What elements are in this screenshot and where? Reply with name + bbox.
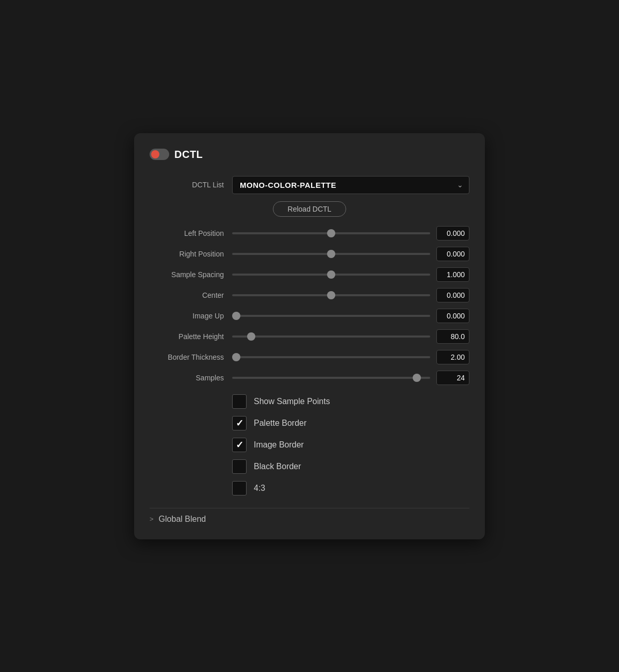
value-box-border-thickness[interactable]: 2.00 (436, 350, 469, 364)
slider-image-up[interactable] (232, 315, 430, 317)
slider-container-sample-spacing (232, 274, 430, 276)
checkbox-row-palette-border: ✓Palette Border (232, 414, 469, 433)
slider-container-border-thickness (232, 356, 430, 358)
slider-label-sample-spacing: Sample Spacing (150, 270, 232, 279)
checkmark-icon: ✓ (236, 440, 243, 450)
value-box-palette-height[interactable]: 80.0 (436, 329, 469, 344)
checkbox-palette-border[interactable]: ✓ (232, 416, 247, 430)
slider-row-border-thickness: Border Thickness2.00 (150, 347, 469, 367)
checkboxes-section: Show Sample Points✓Palette Border✓Image … (150, 392, 469, 498)
section-divider (150, 508, 469, 508)
slider-samples[interactable] (232, 377, 430, 379)
slider-border-thickness[interactable] (232, 356, 430, 358)
value-box-samples[interactable]: 24 (436, 371, 469, 385)
slider-label-border-thickness: Border Thickness (150, 353, 232, 361)
checkbox-row-show-sample-points: Show Sample Points (232, 392, 469, 411)
value-box-left-position[interactable]: 0.000 (436, 226, 469, 241)
slider-sample-spacing[interactable] (232, 274, 430, 276)
slider-container-palette-height (232, 335, 430, 338)
slider-row-right-position: Right Position0.000 (150, 244, 469, 264)
panel-title: DCTL (174, 149, 203, 161)
checkbox-row-black-border: Black Border (232, 457, 469, 476)
slider-left-position[interactable] (232, 232, 430, 234)
checkbox-show-sample-points[interactable] (232, 394, 247, 409)
checkbox-row-4-3: 4:3 (232, 479, 469, 498)
slider-right-position[interactable] (232, 253, 430, 255)
checkbox-image-border[interactable]: ✓ (232, 438, 247, 452)
slider-container-image-up (232, 315, 430, 317)
slider-container-left-position (232, 232, 430, 234)
global-blend-label: Global Blend (159, 515, 206, 524)
checkbox-label-image-border: Image Border (254, 440, 304, 450)
dctl-panel: DCTL DCTL List MONO-COLOR-PALETTE ⌄ Relo… (134, 133, 485, 539)
slider-center[interactable] (232, 294, 430, 296)
reload-dctl-button[interactable]: Reload DCTL (273, 201, 347, 217)
reload-row: Reload DCTL (150, 201, 469, 217)
slider-container-right-position (232, 253, 430, 255)
dctl-list-select[interactable]: MONO-COLOR-PALETTE (232, 176, 469, 194)
slider-container-samples (232, 377, 430, 379)
slider-row-left-position: Left Position0.000 (150, 223, 469, 244)
checkbox-black-border[interactable] (232, 459, 247, 474)
panel-toggle[interactable] (150, 149, 169, 160)
toggle-knob (151, 150, 159, 158)
value-box-sample-spacing[interactable]: 1.000 (436, 267, 469, 282)
slider-label-samples: Samples (150, 374, 232, 382)
slider-label-palette-height: Palette Height (150, 332, 232, 341)
slider-label-center: Center (150, 291, 232, 299)
expand-icon: > (150, 515, 154, 523)
slider-row-samples: Samples24 (150, 367, 469, 388)
slider-row-palette-height: Palette Height80.0 (150, 326, 469, 347)
checkmark-icon: ✓ (236, 419, 243, 428)
value-box-center[interactable]: 0.000 (436, 288, 469, 302)
slider-label-image-up: Image Up (150, 312, 232, 320)
slider-container-center (232, 294, 430, 296)
checkbox-label-palette-border: Palette Border (254, 419, 306, 428)
slider-palette-height[interactable] (232, 335, 430, 338)
dctl-list-row: DCTL List MONO-COLOR-PALETTE ⌄ (150, 173, 469, 197)
slider-row-image-up: Image Up0.000 (150, 306, 469, 326)
sliders-section: Left Position0.000Right Position0.000Sam… (150, 223, 469, 388)
slider-label-right-position: Right Position (150, 250, 232, 258)
value-box-image-up[interactable]: 0.000 (436, 309, 469, 323)
slider-row-center: Center0.000 (150, 285, 469, 306)
dctl-list-select-wrapper: MONO-COLOR-PALETTE ⌄ (232, 176, 469, 194)
slider-row-sample-spacing: Sample Spacing1.000 (150, 264, 469, 285)
checkbox-label-show-sample-points: Show Sample Points (254, 397, 330, 406)
dctl-list-label: DCTL List (150, 181, 232, 189)
slider-label-left-position: Left Position (150, 229, 232, 237)
checkbox-4-3[interactable] (232, 481, 247, 495)
checkbox-row-image-border: ✓Image Border (232, 436, 469, 454)
value-box-right-position[interactable]: 0.000 (436, 247, 469, 261)
checkbox-label-black-border: Black Border (254, 462, 301, 471)
panel-header: DCTL (150, 149, 469, 161)
global-blend-row[interactable]: > Global Blend (150, 515, 469, 524)
checkbox-label-4-3: 4:3 (254, 484, 265, 493)
